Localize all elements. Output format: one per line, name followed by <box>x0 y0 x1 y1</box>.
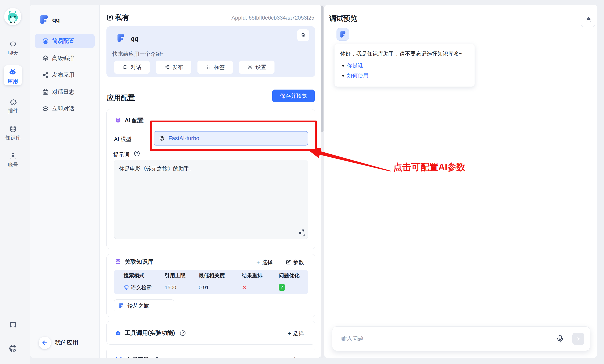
send-icon <box>576 336 581 341</box>
microphone-icon[interactable] <box>555 334 565 343</box>
rail-item-chat[interactable]: 聊天 <box>0 41 26 57</box>
tools-select-button[interactable]: + 选择 <box>288 330 304 337</box>
app-logo <box>116 33 126 43</box>
sidebar-item-chat-logs[interactable]: 对话日志 <box>35 85 95 99</box>
share-nodes-icon <box>42 72 49 78</box>
section-title: AI 配置 <box>125 117 144 124</box>
workspace-panel: qq 简易配置 高级编排 <box>30 5 322 358</box>
list-item: 你是谁 <box>347 61 469 71</box>
database-icon <box>9 125 17 133</box>
delete-app-button[interactable] <box>297 29 309 41</box>
tags-action-button[interactable]: 标签 <box>198 61 233 74</box>
clear-chat-button[interactable] <box>581 12 595 27</box>
plus-icon: + <box>256 259 260 265</box>
rail-item-apps-selected[interactable]: 应用 <box>4 65 22 85</box>
left-rail: 聊天 应用 插件 <box>0 0 30 364</box>
global-vars-card: {x} 全局变量 ? + 新增 <box>106 348 315 358</box>
sidebar-item-simple-config[interactable]: 简易配置 <box>35 34 95 48</box>
button-label: 新增 <box>293 357 304 358</box>
section-title: 工具调用(实验功能) <box>125 329 175 337</box>
preview-title: 调试预览 <box>329 14 357 23</box>
suggested-question-link[interactable]: 你是谁 <box>347 62 363 69</box>
help-icon[interactable]: ? <box>134 151 140 156</box>
knowledge-base-card: 关联知识库 + 选择 参数 搜索模式 引用上限 最低相关度 <box>106 254 315 317</box>
chat-action-button[interactable]: 对话 <box>114 61 150 74</box>
back-to-my-apps[interactable]: 我的应用 <box>39 337 78 349</box>
expand-icon[interactable] <box>298 229 305 236</box>
scrollbar-thumb[interactable] <box>321 6 324 132</box>
github-button[interactable] <box>0 344 26 352</box>
rail-item-knowledge[interactable]: 知识库 <box>0 125 26 141</box>
ai-model-value: FastAI-turbo <box>168 135 199 142</box>
sidebar-item-chat-now[interactable]: 立即对话 <box>35 102 95 116</box>
toolbox-icon <box>115 330 121 336</box>
prompt-label: 提示词 <box>113 151 129 158</box>
app-info-card: qq 快来给应用一个介绍~ 对话 <box>106 26 315 77</box>
sidebar-item-advanced-orchestration[interactable]: 高级编排 <box>35 51 95 65</box>
user-avatar[interactable] <box>4 8 21 25</box>
button-label: 对话 <box>131 63 141 71</box>
send-button[interactable] <box>572 333 584 345</box>
publish-action-button[interactable]: 发布 <box>156 61 191 74</box>
query-optimize-enabled-icon[interactable]: ✓ <box>279 284 285 291</box>
global-vars-section-header: {x} 全局变量 ? <box>115 356 160 358</box>
sidebar-item-label: 对话日志 <box>52 88 75 96</box>
docs-button[interactable] <box>0 321 26 329</box>
suggested-question-link[interactable]: 如何使用 <box>347 73 368 79</box>
help-icon[interactable]: ? <box>154 357 160 358</box>
private-lock-icon <box>106 14 113 21</box>
github-icon <box>9 344 17 352</box>
kb-settings-table: 搜索模式 引用上限 最低相关度 结果重排 问题优化 语义检索 1500 <box>114 270 308 294</box>
help-icon[interactable]: ? <box>180 330 186 336</box>
ai-model-label: AI 模型 <box>114 135 131 143</box>
ai-config-card: AI 配置 AI 模型 FastAI-turbo 提示词 ? 你是电影《铃芽之旅… <box>106 109 315 249</box>
app-id: AppId: 65fbff0e6cb334aa72053f25 <box>231 15 314 21</box>
database-icon <box>115 258 121 265</box>
variable-icon: {x} <box>115 356 123 358</box>
rail-label: 插件 <box>8 107 18 114</box>
prompt-text: 你是电影《铃芽之旅》的助手。 <box>119 166 195 172</box>
bot-avatar <box>337 28 349 41</box>
simple-config-icon <box>42 38 49 44</box>
semantic-search-icon <box>124 285 129 290</box>
layers-icon <box>42 55 49 61</box>
rail-item-plugins[interactable]: 插件 <box>0 98 26 114</box>
dots-grid-icon <box>206 65 211 70</box>
sidebar-item-label: 立即对话 <box>52 105 75 112</box>
sidebar-item-publish-app[interactable]: 发布应用 <box>35 68 95 82</box>
welcome-message-bubble: 你好，我是知识库助手，请不要忘记选择知识库噢~ 你是谁 如何使用 <box>335 44 475 86</box>
gear-icon <box>247 65 253 70</box>
ai-model-select[interactable]: FastAI-turbo <box>154 131 308 146</box>
share-icon <box>164 65 169 70</box>
global-vars-add-button[interactable]: + 新增 <box>288 357 304 358</box>
chat-input-bar <box>332 327 590 351</box>
rail-label: 知识库 <box>5 134 21 141</box>
back-arrow-icon[interactable] <box>39 337 51 349</box>
chat-bubble-icon <box>42 106 49 112</box>
list-item: 如何使用 <box>347 71 469 81</box>
plus-icon: + <box>288 357 291 358</box>
calendar-icon <box>42 89 49 95</box>
button-label: 选择 <box>293 330 304 337</box>
sidebar-item-label: 发布应用 <box>52 71 75 79</box>
rail-label: 账号 <box>8 161 18 168</box>
button-label: 发布 <box>172 63 183 71</box>
settings-action-button[interactable]: 设置 <box>239 61 275 74</box>
save-preview-button[interactable]: 保存并预览 <box>272 90 315 102</box>
min-relevance-cell: 0.91 <box>199 284 242 291</box>
sidebar-item-label: 简易配置 <box>52 37 75 45</box>
kb-params-button[interactable]: 参数 <box>286 259 304 266</box>
question-input[interactable] <box>341 327 551 351</box>
kb-select-button[interactable]: + 选择 <box>256 259 273 266</box>
search-mode-cell: 语义检索 <box>124 284 165 291</box>
rail-item-account[interactable]: 账号 <box>0 152 26 168</box>
mascot-avatar-image <box>5 9 20 24</box>
quote-limit-cell: 1500 <box>165 284 199 291</box>
puzzle-icon <box>9 98 17 106</box>
page-title: 应用配置 <box>107 93 135 103</box>
dataset-name: 铃芽之旅 <box>127 302 149 309</box>
kb-dataset-tag[interactable]: 铃芽之旅 <box>114 299 174 312</box>
prompt-textarea[interactable]: 你是电影《铃芽之旅》的助手。 <box>114 160 308 239</box>
button-label: 标签 <box>214 63 225 71</box>
suggested-questions: 你是谁 如何使用 <box>347 61 469 81</box>
